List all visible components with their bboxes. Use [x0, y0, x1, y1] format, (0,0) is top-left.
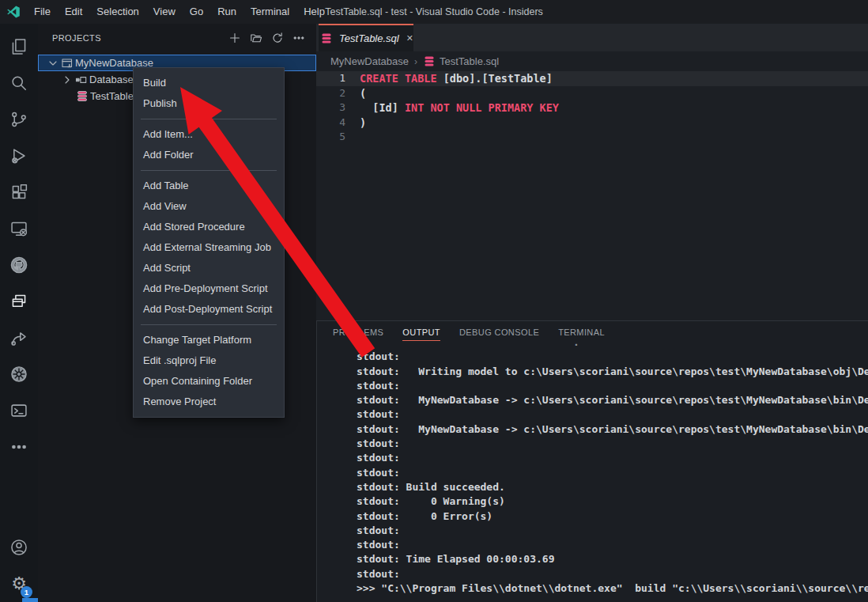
run-debug-icon[interactable] [0, 138, 38, 174]
menu-item-publish[interactable]: Publish [134, 93, 284, 114]
refresh-icon[interactable] [271, 32, 284, 44]
output-lines: - . - -stdout: stdout: Writing model to … [317, 343, 868, 596]
database-file-icon [319, 32, 334, 45]
sidebar-actions [228, 24, 305, 51]
menu-separator [141, 170, 277, 171]
output-line: stdout: 0 Error(s) [357, 509, 868, 524]
menu-edit[interactable]: Edit [58, 0, 89, 24]
output-line: stdout: [357, 451, 868, 465]
database-file-icon [74, 90, 90, 103]
line-number: 1 [316, 71, 345, 86]
menu-item-add-pre-deployment-script[interactable]: Add Pre-Deployment Script [134, 278, 284, 299]
code-line-5: 5 [316, 130, 868, 145]
output-line: stdout: Writing model to c:\Users\scoria… [357, 365, 868, 379]
add-icon[interactable] [228, 32, 241, 44]
tab-testtable-sql[interactable]: TestTable.sql ✕ [319, 24, 413, 51]
menu-item-add-script[interactable]: Add Script [134, 258, 284, 278]
line-number: 2 [316, 86, 345, 101]
code-text: [Id] INT NOT NULL PRIMARY KEY [345, 100, 559, 115]
panel-tab-debug-console[interactable]: DEBUG CONSOLE [459, 321, 539, 343]
menu-item-add-table[interactable]: Add Table [134, 176, 284, 196]
panel-tabs: PROBLEMSOUTPUTDEBUG CONSOLETERMINAL [317, 321, 868, 343]
tab-label: TestTable.sql [339, 32, 399, 44]
panel-tab-problems[interactable]: PROBLEMS [333, 321, 383, 343]
panel-tab-terminal[interactable]: TERMINAL [558, 321, 605, 343]
output-line: stdout: [357, 466, 868, 480]
database-file-icon [423, 55, 436, 68]
breadcrumb-item[interactable]: TestTable.sql [423, 55, 499, 68]
output-line: stdout: [357, 350, 868, 364]
database-projects-icon[interactable] [0, 283, 38, 320]
menu-item-remove-project[interactable]: Remove Project [134, 392, 284, 412]
menu-item-build[interactable]: Build [134, 73, 284, 93]
project-context-menu: BuildPublishAdd Item...Add FolderAdd Tab… [133, 67, 285, 418]
more-icon[interactable] [292, 32, 305, 44]
account-icon[interactable] [0, 529, 38, 566]
menu-terminal[interactable]: Terminal [243, 0, 296, 24]
powershell-icon[interactable] [0, 392, 38, 429]
menu-item-edit-sqlproj-file[interactable]: Edit .sqlproj File [134, 350, 284, 371]
menu-item-open-containing-folder[interactable]: Open Containing Folder [134, 371, 284, 392]
statusbar-fragment [22, 598, 38, 602]
menu-selection[interactable]: Selection [89, 0, 145, 24]
output-line: >>> "C:\\Program Files\\dotnet\\dotnet.e… [357, 581, 868, 596]
close-icon[interactable]: ✕ [406, 33, 413, 44]
menu-view[interactable]: View [146, 0, 183, 24]
settings-icon[interactable]: ⚙1 [0, 566, 38, 602]
chevron-down-icon[interactable] [46, 57, 59, 70]
breadcrumb-item[interactable]: MyNewDatabase [330, 55, 409, 67]
menu-separator [141, 324, 277, 325]
menu-run[interactable]: Run [210, 0, 243, 24]
output-line: stdout: [357, 379, 868, 393]
output-console[interactable]: - . - -stdout: stdout: Writing model to … [317, 343, 868, 602]
code-line-1: 1CREATE TABLE [dbo].[TestTable] [316, 71, 868, 86]
breadcrumb-label: TestTable.sql [440, 55, 499, 67]
more-icon[interactable] [0, 429, 38, 465]
code-editor[interactable]: 1CREATE TABLE [dbo].[TestTable]2(3 [Id] … [316, 71, 868, 145]
title-bar: FileEditSelectionViewGoRunTerminalHelp T… [0, 0, 868, 24]
menu-help[interactable]: Help [296, 0, 332, 24]
remote-explorer-icon[interactable] [0, 210, 38, 247]
explorer-icon[interactable] [0, 28, 38, 65]
menu-item-add-folder[interactable]: Add Folder [134, 145, 284, 165]
output-line: stdout: [357, 538, 868, 552]
source-control-icon[interactable] [0, 101, 38, 138]
search-icon[interactable] [0, 65, 38, 101]
panel-tab-output[interactable]: OUTPUT [402, 321, 440, 343]
menu-item-add-external-streaming-job[interactable]: Add External Streaming Job [134, 237, 284, 258]
editor-group[interactable]: TestTable.sql ✕ MyNewDatabase›TestTable.… [316, 24, 868, 320]
menu-item-change-target-platform[interactable]: Change Target Platform [134, 330, 284, 350]
bottom-panel: PROBLEMSOUTPUTDEBUG CONSOLETERMINAL - . … [316, 320, 868, 602]
code-text [345, 130, 360, 145]
menu-file[interactable]: File [27, 0, 58, 24]
kubernetes-icon[interactable] [0, 356, 38, 392]
code-line-4: 4) [316, 115, 868, 131]
breadcrumb-chevron-icon: › [414, 56, 417, 67]
reference-icon [74, 74, 89, 86]
vscode-insiders-logo-icon [7, 6, 20, 18]
open-folder-icon[interactable] [250, 32, 262, 44]
output-line: stdout: [357, 437, 868, 451]
project-icon [59, 57, 75, 70]
menu-item-add-view[interactable]: Add View [134, 196, 284, 217]
code-text: ) [345, 115, 366, 131]
output-line: stdout: 0 Warning(s) [357, 494, 868, 509]
extensions-icon[interactable] [0, 174, 38, 210]
output-line: stdout: MyNewDatabase -> c:\Users\scoria… [357, 422, 868, 437]
menu-item-add-item-[interactable]: Add Item... [134, 124, 284, 145]
github-icon[interactable] [0, 247, 38, 283]
menu-item-add-post-deployment-script[interactable]: Add Post-Deployment Script [134, 299, 284, 320]
vscode-window: FileEditSelectionViewGoRunTerminalHelp T… [0, 0, 868, 602]
breadcrumb[interactable]: MyNewDatabase›TestTable.sql [316, 51, 868, 71]
output-line: stdout: [357, 407, 868, 422]
output-line: stdout: Time Elapsed 00:00:03.69 [357, 552, 868, 566]
code-text: CREATE TABLE [dbo].[TestTable] [345, 71, 553, 86]
settings-badge: 1 [21, 586, 32, 598]
menu-item-add-stored-procedure[interactable]: Add Stored Procedure [134, 217, 284, 237]
editor-tab-strip: TestTable.sql ✕ [316, 24, 868, 51]
line-number: 5 [316, 130, 345, 145]
share-icon[interactable] [0, 320, 38, 356]
menu-go[interactable]: Go [183, 0, 210, 24]
chevron-right-icon[interactable] [60, 74, 74, 86]
line-number: 4 [316, 115, 345, 131]
